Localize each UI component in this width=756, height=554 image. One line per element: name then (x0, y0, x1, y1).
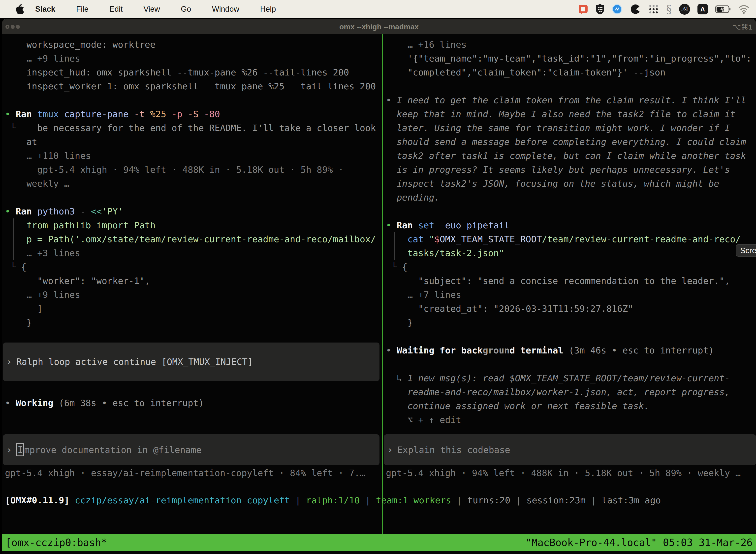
terminal-line: "completed","claim_token":"claim-token"}… (386, 65, 756, 79)
terminal-line: continue assigned work or next feasible … (386, 399, 756, 413)
menu-status-items: § ..61 A (578, 0, 750, 18)
prompt-chevron-icon: › (6, 445, 12, 455)
indent-guide (394, 232, 395, 260)
terminal-line: gpt-5.4 xhigh · essay/ai-reimplementatio… (5, 466, 365, 480)
terminal-line: … +9 lines (5, 288, 381, 302)
menu-item-view[interactable]: View (143, 5, 160, 14)
terminal-line: … +9 lines (5, 52, 381, 65)
terminal-line: inspect_worker-1: omx sparkshell --tmux-… (5, 79, 381, 93)
apple-logo-icon[interactable] (16, 4, 24, 14)
terminal-line: later. Using the same for transition mig… (386, 121, 756, 135)
pie-circle-icon[interactable] (630, 4, 641, 15)
left-command-input[interactable]: › I mprove documentation in @filename (3, 434, 379, 465)
terminal-line: └ { (5, 260, 381, 274)
terminal-line: ] (5, 302, 381, 316)
terminal-line: from pathlib import Path (5, 218, 381, 232)
terminal-line (386, 357, 756, 371)
terminal-line: is in progress? It seems likely but perh… (386, 163, 756, 177)
indent-guide (13, 218, 14, 260)
privacy-shield-icon[interactable] (596, 4, 604, 15)
terminal-line: └ be necessary for the end of the README… (5, 121, 381, 135)
left-input-placeholder: mprove documentation in @filename (24, 445, 201, 455)
terminal-line: ↳ 1 new msg(s): read $OMX_TEAM_STATE_ROO… (386, 371, 756, 385)
terminal-line (5, 93, 381, 107)
terminal-line: '{"team_name":"my-team","task_id":"1","f… (386, 52, 756, 65)
tmux-session-label: [omx-cczip0:bash* (5, 537, 107, 548)
right-pane-output: … +16 lines '{"team_name":"my-team","tas… (386, 38, 756, 427)
left-pane-output: workspace_mode: worktree … +9 lines insp… (5, 38, 381, 330)
screen-toast[interactable]: Scre (736, 244, 756, 257)
terminal-line: … +3 lines (5, 246, 381, 260)
terminal-line: } (386, 316, 756, 330)
terminal-line: • Ran python3 - <<'PY' (5, 205, 381, 218)
menu-item-go[interactable]: Go (181, 5, 191, 14)
window-title: omx --xhigh --madmax (2, 22, 756, 31)
terminal-line: … +16 lines (386, 38, 756, 52)
terminal-line: … +7 lines (386, 288, 756, 302)
menu-item-window[interactable]: Window (212, 5, 239, 14)
tmux-status-bar[interactable]: [omx-cczip0:bash* "MacBook-Pro-44.local"… (2, 534, 756, 551)
terminal-line: "worker": "worker-1", (5, 274, 381, 288)
menu-item-file[interactable]: File (76, 5, 88, 14)
terminal-line: p = Path('.omx/state/team/review-current… (5, 232, 381, 246)
terminal-line: • Ran set -euo pipefail (386, 218, 756, 232)
terminal-line (386, 205, 756, 218)
terminal-line (5, 190, 381, 205)
terminal-line: inspect task2's JSON, focusing on the st… (386, 177, 756, 190)
terminal-line: [OMX#0.11.9] cczip/essay/ai-reimplementa… (5, 493, 661, 507)
omx-status-line: [OMX#0.11.9] cczip/essay/ai-reimplementa… (5, 493, 661, 507)
terminal-line: gpt-5.4 xhigh · 94% left · 488K in · 5.1… (386, 466, 741, 480)
keyboard-layout-icon[interactable]: A (697, 4, 708, 14)
terminal-line: } (5, 316, 381, 330)
menu-item-help[interactable]: Help (260, 5, 276, 14)
right-input-placeholder: Explain this codebase (397, 445, 510, 455)
dots-grid-icon[interactable] (648, 4, 659, 14)
section-squiggle-icon[interactable]: § (666, 3, 672, 16)
ralph-loop-text: Ralph loop active continue [OMX_TMUX_INJ… (16, 357, 253, 367)
text-cursor: I (16, 443, 24, 456)
menu-items: Slack File Edit View Go Window Help (35, 5, 276, 14)
terminal-window: omx --xhigh --madmax ⌥⌘1 workspace_mode:… (2, 19, 756, 554)
terminal-line: workspace_mode: worktree (5, 38, 381, 52)
terminal-line: ⌥ + ↑ edit (386, 413, 756, 427)
tmux-host-clock: "MacBook-Pro-44.local" 05:03 31-Mar-26 (525, 537, 753, 548)
terminal-line: tasks/task-2.json" (386, 246, 756, 260)
terminal-line: "created_at": "2026-03-31T11:59:27.816Z" (386, 302, 756, 316)
terminal-line (386, 330, 756, 343)
terminal-line: • Working (6m 38s • esc to interrupt) (5, 396, 204, 410)
terminal-line: should send a message before completing … (386, 135, 756, 149)
terminal-line: at (5, 135, 381, 149)
terminal-line: • Ran tmux capture-pane -t %25 -p -S -80 (5, 107, 381, 121)
prompt-chevron-icon: › (6, 357, 12, 367)
terminal-line: pending. (386, 190, 756, 205)
terminal-line: cat "$OMX_TEAM_STATE_ROOT/team/review-cu… (386, 232, 756, 246)
window-shortcut-badge: ⌥⌘1 (733, 22, 753, 31)
prompt-chevron-icon: › (387, 445, 393, 455)
terminal-line: … +110 lines (5, 149, 381, 163)
left-working-status: • Working (6m 38s • esc to interrupt) (5, 396, 204, 410)
terminal-line: task2 after task1 is complete, but can I… (386, 149, 756, 163)
menu-app-name[interactable]: Slack (35, 5, 55, 14)
ralph-loop-banner[interactable]: › Ralph loop active continue [OMX_TMUX_I… (3, 342, 379, 381)
chat-app-icon[interactable] (578, 4, 588, 14)
blue-badge-icon[interactable] (612, 4, 623, 15)
pane-divider[interactable] (382, 34, 383, 534)
left-model-status: gpt-5.4 xhigh · essay/ai-reimplementatio… (5, 466, 365, 480)
terminal-line: • I need to get the claim token from the… (386, 93, 756, 107)
terminal-line: weekly … (5, 177, 381, 190)
menu-bar: Slack File Edit View Go Window Help § ..… (0, 0, 756, 18)
window-title-bar[interactable]: omx --xhigh --madmax ⌥⌘1 (2, 19, 756, 34)
wifi-icon[interactable] (738, 5, 750, 14)
terminal-line: keep that in mind. Maybe I also need the… (386, 107, 756, 121)
right-model-status: gpt-5.4 xhigh · 94% left · 488K in · 5.1… (386, 466, 741, 480)
terminal-line: gpt-5.4 xhigh · 94% left · 488K in · 5.1… (5, 163, 381, 177)
terminal-line: • Waiting for background terminal (3m 46… (386, 343, 756, 357)
terminal-line (386, 79, 756, 93)
menu-item-edit[interactable]: Edit (109, 5, 123, 14)
count-badge-icon[interactable]: ..61 (679, 4, 690, 15)
terminal-line: "subject": "send a concise recommendatio… (386, 274, 756, 288)
battery-icon[interactable] (715, 5, 731, 13)
terminal-line: └ { (386, 260, 756, 274)
right-command-input[interactable]: › Explain this codebase (384, 434, 756, 465)
terminal-line: inspect_hud: omx sparkshell --tmux-pane … (5, 65, 381, 79)
